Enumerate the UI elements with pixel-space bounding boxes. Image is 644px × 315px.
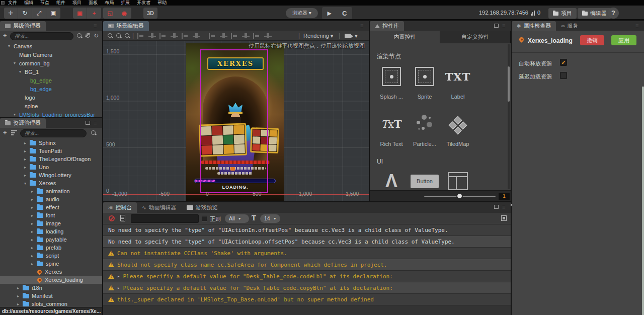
asset-item[interactable]: ▸Manifest [0, 292, 102, 300]
expand-arrow[interactable]: ▸ [117, 274, 120, 279]
widget-item[interactable]: Button [408, 170, 441, 192]
expand-arrow[interactable]: ▸ [31, 246, 37, 250]
expand-arrow[interactable]: ▸ [31, 262, 37, 266]
hierarchy-node[interactable]: Main Camera [0, 50, 102, 59]
clear-console-button[interactable] [109, 215, 115, 221]
expand-arrow[interactable]: ▾ [24, 181, 30, 186]
expand-arrow[interactable]: ▸ [17, 286, 23, 290]
expand-arrow[interactable]: ▸ [31, 254, 37, 258]
asset-item[interactable]: ▸prefab [0, 244, 102, 252]
align-icon[interactable] [148, 33, 156, 39]
open-log-file-button[interactable] [120, 215, 125, 221]
tab-widget-library[interactable]: 控件库 [370, 21, 404, 31]
asset-item[interactable]: ▾Xerxes [0, 179, 102, 187]
tab-builtin-widgets[interactable]: 内置控件 [370, 31, 440, 43]
hierarchy-node[interactable]: bg_edge [0, 85, 102, 93]
panel-menu-icon[interactable]: ≡ [502, 204, 508, 209]
console-filter-input[interactable] [131, 214, 199, 223]
tab-scene-editor[interactable]: 场景编辑器 [103, 21, 149, 31]
expand-arrow[interactable]: ▸ [24, 157, 30, 162]
align-icon[interactable] [137, 33, 145, 39]
move-tool-button[interactable]: ✛ [4, 8, 18, 19]
asset-item[interactable]: ▸audio [0, 195, 102, 203]
asset-item[interactable]: ▸animation [0, 187, 102, 195]
expand-arrow[interactable]: ▸ [24, 173, 30, 178]
tab-animation-editor[interactable]: ∿ 动画编辑器 [137, 202, 181, 213]
expand-arrow[interactable]: ▸ [24, 165, 30, 170]
expand-arrow[interactable]: ▸ [117, 285, 120, 290]
help-button[interactable]: ? [608, 8, 619, 19]
align-icon[interactable] [220, 33, 227, 39]
rendering-dropdown[interactable]: Rendering ▾ [303, 33, 333, 39]
panel-menu-icon[interactable]: ≡ [94, 120, 100, 125]
tab-custom-widgets[interactable]: 自定义控件 [440, 31, 511, 43]
hierarchy-node[interactable]: bg_edge [0, 76, 102, 85]
popout-icon[interactable] [494, 24, 499, 28]
widget-zoom-value[interactable]: 1 [499, 193, 510, 200]
rect-tool-button[interactable]: ▣ [46, 8, 60, 19]
widget-item[interactable]: Λ [375, 170, 408, 192]
panel-menu-icon[interactable]: ≡ [94, 23, 100, 28]
search-icon[interactable] [76, 33, 83, 39]
console-log-row[interactable]: this._super declared in 'LMSlots_Top_Bas… [103, 294, 511, 305]
scale-tool-button[interactable]: ⤢ [32, 8, 46, 19]
align-icon[interactable] [159, 33, 167, 39]
expand-arrow[interactable]: ▾ [14, 112, 19, 117]
async-load-checkbox[interactable] [560, 72, 567, 79]
regex-checkbox[interactable] [202, 216, 207, 221]
gizmo-pivot-button[interactable]: ▣ [73, 8, 87, 19]
expand-arrow[interactable]: ▸ [31, 229, 37, 234]
3d-mode-toggle[interactable]: 3D [143, 8, 157, 19]
expand-arrow[interactable]: ▾ [8, 44, 14, 48]
tab-hierarchy[interactable]: 层级管理器 [0, 21, 46, 31]
asset-item[interactable]: ▸TheLegendOfDragon [0, 155, 102, 163]
align-icon[interactable] [182, 33, 189, 39]
locate-icon[interactable] [85, 33, 91, 38]
hierarchy-node[interactable]: ▾common_bg [0, 59, 102, 67]
expand-arrow[interactable]: ▸ [31, 189, 37, 194]
open-project-button[interactable]: 项目 [548, 8, 577, 19]
panel-menu-icon[interactable]: ≡ [635, 23, 641, 28]
zoom-out-icon[interactable] [116, 33, 122, 39]
expand-arrow[interactable]: ▸ [31, 213, 37, 218]
play-button[interactable]: ▶ [328, 10, 332, 17]
expand-arrow[interactable]: ▸ [17, 302, 23, 306]
asset-item[interactable]: ▸script [0, 252, 102, 260]
panel-menu-icon[interactable]: ≡ [502, 23, 508, 28]
expand-arrow[interactable]: ▸ [17, 294, 23, 298]
zoom-reset-icon[interactable] [124, 33, 130, 39]
widget-zoom-slider[interactable] [424, 196, 496, 197]
align-icon[interactable] [242, 33, 250, 39]
widget-item[interactable] [441, 170, 474, 192]
asset-item[interactable]: ▸i18n [0, 284, 102, 292]
gizmo-anchor-button[interactable]: + [87, 8, 101, 19]
console-log-row[interactable]: Should not specify class name cc.SafeAre… [103, 259, 511, 271]
align-icon[interactable] [193, 33, 200, 39]
widget-item[interactable]: TXT [441, 63, 474, 90]
search-icon[interactable] [91, 130, 97, 136]
tab-inspector[interactable]: ✱ 属性检查器 [512, 21, 556, 31]
open-editor-button[interactable]: 编辑器 [578, 8, 611, 19]
revert-button[interactable]: 撤销 [580, 35, 604, 45]
asset-item[interactable]: ▸effect [0, 203, 102, 211]
expand-arrow[interactable]: ▸ [31, 197, 37, 202]
console-log-row[interactable]: No need to specify the "type" of "UIActi… [103, 236, 511, 248]
asset-item[interactable]: ▸slots_common [0, 300, 102, 307]
gizmo-world-button[interactable]: ◉ [117, 8, 131, 19]
log-type-filter-dropdown[interactable]: All ▼ [225, 214, 249, 223]
scene-viewport[interactable]: XERXES LOADING. [103, 41, 369, 201]
tab-game-preview[interactable]: 游戏预览 [182, 202, 223, 213]
widget-item[interactable] [408, 63, 441, 90]
expand-arrow[interactable]: ▸ [24, 149, 30, 153]
camera-icon[interactable] [345, 34, 351, 38]
expand-arrow[interactable]: ▸ [31, 205, 37, 210]
widget-item[interactable] [408, 111, 441, 137]
zoom-in-icon[interactable] [107, 33, 113, 39]
inspector-scrollbar[interactable] [642, 87, 644, 315]
align-icon[interactable] [264, 33, 272, 39]
create-node-button[interactable]: + [3, 33, 7, 39]
asset-item[interactable]: ▸Sphinx [0, 139, 102, 147]
popout-icon[interactable] [494, 205, 499, 209]
asset-item[interactable]: ▸loading [0, 227, 102, 235]
asset-item[interactable]: ▸image [0, 219, 102, 227]
